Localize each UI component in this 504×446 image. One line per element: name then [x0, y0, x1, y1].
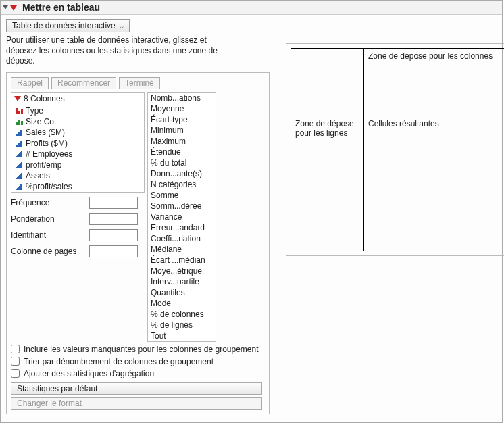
columns-list[interactable]: 8 Colonnes TypeSize CoSales ($M)Profits …	[11, 92, 145, 193]
add-agg-stats-label: Ajouter des statistiques d'agrégation	[24, 369, 154, 378]
column-item[interactable]: Assets	[11, 170, 144, 181]
statistics-list[interactable]: Nomb...ationsMoyenneÉcart-typeMinimumMax…	[147, 92, 216, 342]
drop-grid: Zone de dépose pour les colonnes Zone de…	[291, 48, 504, 251]
column-item[interactable]: Sales ($M)	[11, 127, 144, 138]
blue-tri-icon	[16, 162, 22, 168]
statistic-item[interactable]: Nomb...ations	[148, 93, 216, 103]
column-item-label: Size Co	[26, 117, 54, 126]
statistic-item[interactable]: Écart-type	[148, 114, 216, 125]
column-item-label: Sales ($M)	[26, 128, 65, 137]
chevron-down-icon: ⌵	[120, 22, 124, 30]
statistic-item[interactable]: Maximum	[148, 136, 216, 147]
default-stats-button[interactable]: Statistiques par défaut	[11, 382, 262, 395]
column-item-label: Type	[26, 106, 43, 116]
columns-list-header[interactable]: 8 Colonnes	[11, 93, 144, 105]
sort-by-count-checkbox[interactable]	[11, 357, 20, 366]
redo-button[interactable]: Recommencer	[51, 77, 116, 89]
statistic-item[interactable]: Mode	[148, 298, 216, 309]
drop-zone-empty[interactable]	[291, 49, 364, 116]
statistic-item[interactable]: Écart ...médian	[148, 255, 216, 266]
recall-button[interactable]: Rappel	[11, 77, 49, 89]
statistic-item[interactable]: Somm...dérée	[148, 201, 216, 212]
statistic-item[interactable]: Quantiles	[148, 287, 216, 298]
weight-label: Pondération	[11, 214, 89, 224]
statistic-item[interactable]: % de colonnes	[148, 309, 216, 320]
dropdown-label: Table de données interactive	[12, 21, 116, 30]
change-format-button[interactable]: Changer le format	[11, 397, 262, 410]
green-bars-icon	[16, 118, 23, 125]
blue-tri-icon	[16, 172, 22, 179]
columns-menu-icon[interactable]	[14, 96, 21, 101]
column-item[interactable]: %profit/sales	[11, 181, 144, 192]
menu-triangle-icon[interactable]	[10, 5, 17, 11]
data-table-mode-dropdown[interactable]: Table de données interactive ⌵	[6, 19, 130, 32]
panel-titlebar: Mettre en tableau	[1, 1, 502, 15]
statistic-item[interactable]: Moye...étrique	[148, 266, 216, 276]
drop-zone-columns[interactable]: Zone de dépose pour les colonnes	[364, 49, 505, 116]
panel-title: Mettre en tableau	[22, 2, 100, 13]
column-item-label: %profit/sales	[26, 182, 72, 191]
column-item-label: Assets	[26, 171, 50, 180]
statistic-item[interactable]: % de lignes	[148, 320, 216, 330]
include-missing-checkbox[interactable]	[11, 345, 20, 353]
statistic-item[interactable]: N catégories	[148, 179, 216, 190]
drop-zone-panel: Zone de dépose pour les colonnes Zone de…	[286, 43, 504, 256]
column-item[interactable]: # Employees	[11, 149, 144, 159]
disclosure-icon[interactable]	[3, 5, 8, 9]
column-item-label: # Employees	[26, 149, 72, 159]
statistic-item[interactable]: Médiane	[148, 244, 216, 255]
column-item-label: profit/emp	[26, 160, 61, 170]
blue-tri-icon	[16, 129, 22, 136]
blue-tri-icon	[16, 151, 22, 157]
column-item[interactable]: Profits ($M)	[11, 138, 144, 149]
statistic-item[interactable]: Étendue	[148, 147, 216, 157]
statistic-item[interactable]: Minimum	[148, 125, 216, 136]
statistic-item[interactable]: % du total	[148, 157, 216, 168]
statistic-item[interactable]: Variance	[148, 212, 216, 222]
red-bars-icon	[16, 107, 23, 114]
frequency-label: Fréquence	[11, 198, 89, 207]
statistic-item[interactable]: Donn...ante(s)	[148, 168, 216, 179]
done-button[interactable]: Terminé	[119, 77, 160, 89]
statistic-item[interactable]: Somme	[148, 190, 216, 201]
add-agg-stats-checkbox[interactable]	[11, 369, 20, 378]
column-item-label: Profits ($M)	[26, 139, 68, 148]
statistic-item[interactable]: Erreur...andard	[148, 222, 216, 233]
instruction-text: Pour utiliser une table de données inter…	[6, 35, 222, 67]
column-item[interactable]: Type	[11, 105, 144, 116]
page-col-label: Colonne de pages	[11, 247, 89, 256]
frequency-input[interactable]	[89, 197, 138, 209]
statistic-item[interactable]: Moyenne	[148, 103, 216, 114]
statistic-item[interactable]: Coeffi...riation	[148, 233, 216, 244]
weight-input[interactable]	[89, 213, 138, 225]
column-item[interactable]: Size Co	[11, 116, 144, 127]
drop-zone-rows[interactable]: Zone de dépose pour les lignes	[291, 116, 364, 251]
ident-label: Identifiant	[11, 230, 89, 240]
column-item[interactable]: profit/emp	[11, 159, 144, 170]
blue-tri-icon	[16, 183, 22, 190]
blue-tri-icon	[16, 140, 22, 147]
controls-panel: Rappel Recommencer Terminé 8 Colonnes Ty…	[6, 72, 270, 414]
columns-count-label: 8 Colonnes	[24, 94, 65, 103]
page-col-input[interactable]	[89, 245, 138, 257]
ident-input[interactable]	[89, 229, 138, 241]
sort-by-count-label: Trier par dénombrement de colonnes de gr…	[24, 357, 213, 366]
drop-zone-cells[interactable]: Cellules résultantes	[364, 116, 505, 251]
include-missing-label: Inclure les valeurs manquantes pour les …	[24, 345, 259, 354]
statistic-item[interactable]: Tout	[148, 330, 216, 341]
statistic-item[interactable]: Interv...uartile	[148, 276, 216, 287]
